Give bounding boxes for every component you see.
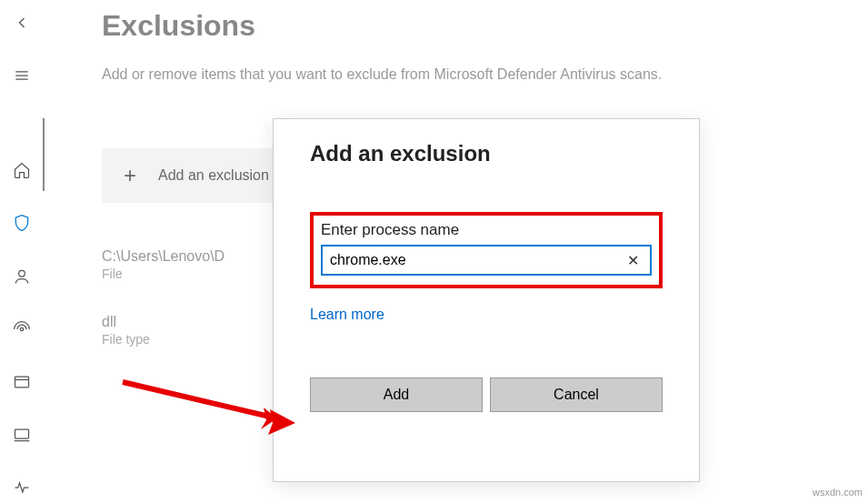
add-exclusion-label: Add an exclusion — [158, 167, 269, 184]
page-description: Add or remove items that you want to exc… — [102, 65, 738, 85]
menu-button[interactable] — [4, 60, 40, 91]
device-health-icon[interactable] — [4, 472, 40, 503]
page-title: Exclusions — [102, 9, 813, 43]
home-icon[interactable] — [4, 155, 40, 186]
add-button[interactable]: Add — [310, 377, 483, 412]
svg-rect-3 — [15, 429, 28, 438]
sidebar — [0, 0, 44, 503]
watermark: wsxdn.com — [813, 487, 863, 498]
shield-icon[interactable] — [4, 207, 40, 238]
svg-rect-2 — [15, 377, 28, 387]
device-security-icon[interactable] — [4, 419, 40, 450]
plus-icon: + — [124, 163, 136, 188]
account-icon[interactable] — [4, 261, 40, 292]
dialog-button-row: Add Cancel — [310, 377, 663, 412]
back-button[interactable] — [4, 7, 40, 38]
process-name-input-wrap: ✕ — [321, 245, 652, 276]
dialog-title: Add an exclusion — [310, 141, 663, 166]
clear-input-icon[interactable]: ✕ — [624, 252, 643, 269]
learn-more-link[interactable]: Learn more — [310, 307, 384, 323]
process-name-input[interactable] — [330, 252, 624, 268]
cancel-button[interactable]: Cancel — [490, 377, 663, 412]
input-highlight-box: Enter process name ✕ — [310, 212, 663, 288]
process-name-label: Enter process name — [321, 221, 652, 239]
scroll-indicator — [43, 118, 45, 191]
svg-point-0 — [18, 270, 25, 277]
firewall-icon[interactable] — [4, 314, 40, 345]
add-exclusion-dialog: Add an exclusion Enter process name ✕ Le… — [273, 118, 700, 482]
svg-point-1 — [20, 327, 23, 330]
app-browser-icon[interactable] — [4, 367, 40, 397]
